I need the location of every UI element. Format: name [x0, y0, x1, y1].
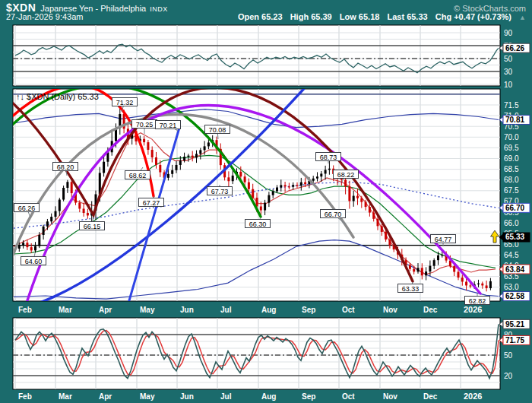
svg-text:Jul: Jul: [220, 392, 232, 401]
svg-text:70.0: 70.0: [504, 133, 519, 141]
price-callout: 63.33: [398, 282, 423, 293]
price-axis-callout: 62.58: [499, 292, 530, 301]
svg-text:71.32: 71.32: [116, 99, 134, 106]
svg-text:70.25: 70.25: [136, 121, 154, 129]
low-value: 65.18: [359, 12, 380, 21]
svg-text:20: 20: [504, 372, 513, 380]
svg-text:Sep: Sep: [302, 306, 315, 314]
stoch-k-callout: 95.21: [499, 319, 530, 328]
svg-text:2026: 2026: [464, 392, 482, 401]
svg-text:Feb: Feb: [18, 392, 32, 401]
svg-text:66.70: 66.70: [505, 204, 524, 212]
svg-text:66.0: 66.0: [504, 219, 519, 227]
svg-text:70.21: 70.21: [160, 122, 177, 129]
svg-text:71.5: 71.5: [504, 101, 519, 109]
high-value: 65.39: [311, 12, 332, 21]
quote-strip: Open 65.23 High 65.39 Low 65.18 Last 65.…: [238, 12, 526, 21]
svg-text:69.5: 69.5: [504, 144, 519, 152]
price-axis-callout: 65.33: [499, 233, 530, 242]
svg-text:Dec: Dec: [423, 392, 438, 401]
svg-text:63.0: 63.0: [504, 283, 519, 291]
svg-text:69.0: 69.0: [504, 154, 519, 163]
price-callout: 70.21: [156, 121, 181, 132]
svg-text:Mar: Mar: [59, 392, 72, 401]
svg-text:63.33: 63.33: [402, 285, 420, 293]
price-axis-callout: 63.84: [499, 265, 530, 274]
svg-text:May: May: [140, 392, 155, 401]
svg-text:70.81: 70.81: [505, 116, 524, 124]
open-label: Open: [238, 12, 259, 21]
svg-text:10: 10: [504, 81, 513, 89]
svg-text:68.73: 68.73: [320, 154, 337, 161]
svg-text:66.15: 66.15: [84, 223, 101, 230]
price-callout: 67.73: [207, 185, 233, 195]
chg-up-arrow-icon: ▲: [519, 14, 526, 21]
price-callout: 66.30: [245, 217, 271, 228]
open-value: 65.23: [261, 12, 283, 21]
svg-text:71.75: 71.75: [505, 336, 524, 344]
stoch-d-callout: 71.75: [499, 335, 530, 344]
svg-text:68.22: 68.22: [337, 171, 355, 179]
svg-text:Nov: Nov: [383, 392, 397, 401]
svg-text:Dec: Dec: [423, 306, 438, 314]
svg-text:Jul: Jul: [220, 306, 232, 314]
svg-text:50: 50: [504, 55, 513, 63]
svg-text:68.62: 68.62: [129, 172, 147, 179]
svg-text:66.70: 66.70: [325, 211, 342, 218]
price-axis-callout: 70.81: [499, 115, 530, 124]
chg-label: Chg: [435, 12, 451, 21]
quote-datetime: 27-Jan-2026 9:43am: [6, 12, 84, 21]
svg-text:66.30: 66.30: [249, 221, 267, 228]
svg-text:67.5: 67.5: [504, 186, 519, 195]
price-callout: 67.27: [139, 196, 164, 207]
price-legend: ↑↓ $XDN (Daily) 65.33: [16, 92, 99, 101]
svg-text:70.08: 70.08: [209, 126, 226, 134]
chart-header: $XDN Japanese Yen - Philadelphia INDX © …: [0, 0, 532, 23]
svg-text:50: 50: [504, 351, 513, 360]
svg-text:May: May: [140, 306, 155, 314]
svg-text:Sep: Sep: [302, 392, 315, 401]
svg-text:Oct: Oct: [342, 306, 355, 314]
svg-text:66.26: 66.26: [18, 205, 36, 212]
low-label: Low: [340, 12, 356, 21]
svg-text:90: 90: [504, 29, 513, 37]
chart-canvas: FebMarAprMayJunJulAugSepOctNovDec2026Feb…: [0, 23, 532, 403]
svg-text:Apr: Apr: [99, 392, 112, 401]
svg-text:30: 30: [504, 68, 513, 76]
svg-text:68.5: 68.5: [504, 165, 519, 173]
svg-text:66.26: 66.26: [505, 44, 524, 52]
svg-text:65.33: 65.33: [505, 233, 524, 241]
svg-text:67.27: 67.27: [143, 199, 160, 207]
svg-text:Nov: Nov: [383, 306, 397, 314]
svg-text:Mar: Mar: [59, 306, 72, 314]
price-axis-callout: 66.70: [499, 203, 530, 212]
high-label: High: [290, 12, 309, 21]
svg-text:Aug: Aug: [261, 392, 276, 401]
svg-text:64.60: 64.60: [25, 258, 43, 265]
svg-text:64.77: 64.77: [435, 236, 452, 243]
last-value: 65.33: [407, 12, 428, 21]
svg-text:68.20: 68.20: [57, 163, 74, 171]
svg-text:Feb: Feb: [18, 306, 32, 314]
svg-text:95.21: 95.21: [505, 320, 524, 328]
stockcharts-window: $XDN Japanese Yen - Philadelphia INDX © …: [0, 0, 532, 403]
svg-text:Aug: Aug: [261, 306, 276, 314]
svg-text:Apr: Apr: [99, 306, 112, 314]
svg-text:63.84: 63.84: [505, 265, 524, 274]
last-label: Last: [387, 12, 404, 21]
svg-text:64.5: 64.5: [504, 251, 519, 259]
rsi-value-callout: 66.26: [499, 43, 530, 52]
svg-text:Oct: Oct: [342, 392, 355, 401]
svg-text:Jun: Jun: [180, 392, 194, 401]
svg-text:62.58: 62.58: [505, 292, 524, 300]
svg-text:62.82: 62.82: [469, 297, 486, 305]
svg-text:68.0: 68.0: [504, 176, 519, 184]
svg-text:Jun: Jun: [180, 306, 194, 314]
svg-text:67.73: 67.73: [211, 188, 229, 195]
svg-text:2026: 2026: [464, 305, 482, 314]
chg-value: +0.47 (+0.73%): [454, 12, 511, 21]
